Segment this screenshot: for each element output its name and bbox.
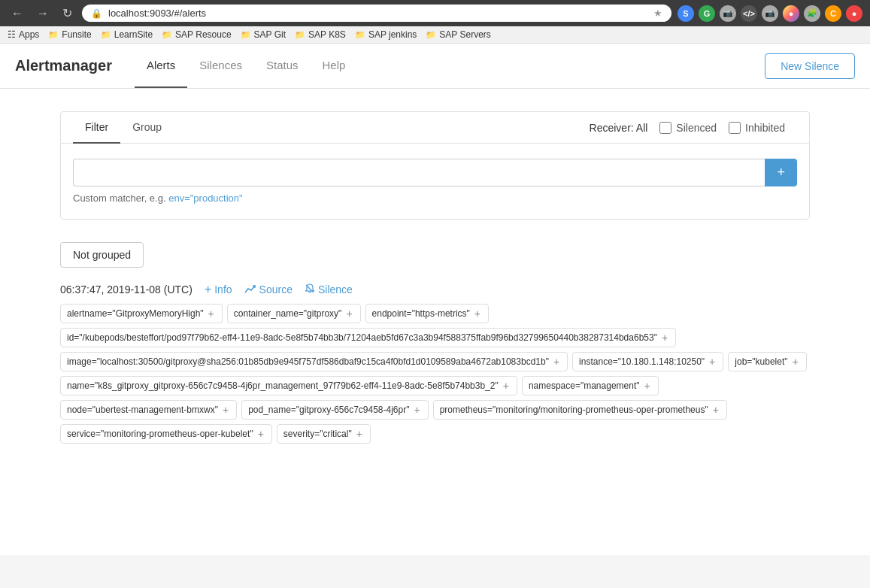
group-section: Not grouped xyxy=(60,242,810,268)
tag-add-button-job[interactable]: + xyxy=(791,356,800,368)
bookmark-sap-servers[interactable]: 📁 SAP Servers xyxy=(426,29,490,40)
filter-hint-example[interactable]: env="production" xyxy=(168,192,243,204)
tag-add-button-endpoint[interactable]: + xyxy=(473,308,482,320)
browser-ext-code: </> xyxy=(741,5,757,22)
browser-ext-puzzle: 🧩 xyxy=(804,5,820,22)
tag-name: name="k8s_gitproxy_gitproxy-656c7c9458-4… xyxy=(60,376,517,396)
filter-options: Receiver: All Silenced Inhibited xyxy=(577,113,797,143)
tag-add-button-name[interactable]: + xyxy=(502,380,511,392)
alert-item: 06:37:47, 2019-11-08 (UTC) + Info Source xyxy=(60,283,810,444)
tag-pod-name: pod_name="gitproxy-656c7c9458-4j6pr" + xyxy=(241,400,429,420)
filter-hint-text: Custom matcher, e.g. xyxy=(73,192,166,204)
nav-links: Alerts Silences Status Help xyxy=(135,44,765,88)
source-action-link[interactable]: Source xyxy=(244,283,293,296)
info-action-link[interactable]: + Info xyxy=(205,283,232,296)
tab-group[interactable]: Group xyxy=(120,112,174,144)
nav-alerts[interactable]: Alerts xyxy=(135,44,187,88)
bookmark-sap-git[interactable]: 📁 SAP Git xyxy=(241,29,286,40)
bookmark-sap-resource[interactable]: 📁 SAP Resouce xyxy=(162,29,232,40)
tag-add-button-namespace[interactable]: + xyxy=(643,380,652,392)
bookmark-apps[interactable]: ☷ Apps xyxy=(8,29,39,40)
tag-add-button-container[interactable]: + xyxy=(344,308,353,320)
bookmark-sap-jenkins[interactable]: 📁 SAP jenkins xyxy=(355,29,417,40)
learnsite-label: LearnSite xyxy=(114,29,153,40)
browser-ext-color: ● xyxy=(783,5,799,22)
tag-value: name="k8s_gitproxy_gitproxy-656c7c9458-4… xyxy=(67,380,499,391)
app-title: Alertmanager xyxy=(15,57,112,74)
sap-jenkins-label: SAP jenkins xyxy=(368,29,417,40)
funsite-folder-icon: 📁 xyxy=(48,30,59,40)
browser-ext-scan: 📷 xyxy=(720,5,736,22)
filter-input[interactable] xyxy=(73,159,765,186)
tag-add-button-pod[interactable]: + xyxy=(412,404,421,416)
sap-k8s-folder-icon: 📁 xyxy=(295,30,305,40)
reload-button[interactable]: ↻ xyxy=(59,5,76,22)
forward-button[interactable]: → xyxy=(33,5,53,22)
tag-add-button-instance[interactable]: + xyxy=(708,356,717,368)
browser-ext-s: S xyxy=(678,5,694,22)
tag-value: endpoint="https-metrics" xyxy=(372,308,470,319)
source-chart-icon xyxy=(244,283,256,296)
tag-value: severity="critical" xyxy=(283,429,352,439)
app-container: Alertmanager Alerts Silences Status Help… xyxy=(0,44,870,555)
tag-add-button-severity[interactable]: + xyxy=(355,428,364,440)
bookmarks-bar: ☷ Apps 📁 Funsite 📁 LearnSite 📁 SAP Resou… xyxy=(0,26,870,44)
tag-add-button-id[interactable]: + xyxy=(660,332,669,344)
tab-filter[interactable]: Filter xyxy=(73,112,120,144)
tag-alertname: alertname="GitproxyMemoryHigh" + xyxy=(60,304,223,323)
tag-namespace: namespace="management" + xyxy=(522,376,659,396)
apps-label: Apps xyxy=(19,29,39,40)
tag-value: image="localhost:30500/gitproxy@sha256:0… xyxy=(67,356,549,367)
silenced-checkbox-group[interactable]: Silenced xyxy=(659,122,717,134)
silence-bell-icon xyxy=(305,283,315,296)
sap-servers-folder-icon: 📁 xyxy=(426,30,436,40)
sap-resource-label: SAP Resouce xyxy=(175,29,232,40)
inhibited-checkbox[interactable] xyxy=(729,122,741,134)
tag-add-button-prometheus[interactable]: + xyxy=(711,404,720,416)
top-nav: Alertmanager Alerts Silences Status Help… xyxy=(0,44,870,89)
browser-ext-user1: C xyxy=(825,5,841,22)
tag-add-button-service[interactable]: + xyxy=(256,428,265,440)
not-grouped-button[interactable]: Not grouped xyxy=(60,242,144,268)
filter-card: Filter Group Receiver: All Silenced Inhi… xyxy=(60,111,810,220)
filter-input-row: + xyxy=(73,159,797,186)
info-label: Info xyxy=(214,283,232,296)
tag-service: service="monitoring-prometheus-oper-kube… xyxy=(60,424,272,444)
url-text: localhost:9093/#/alerts xyxy=(108,8,647,19)
tag-value: instance="10.180.1.148:10250" xyxy=(579,356,705,367)
browser-icons: S G 📷 </> 📷 ● 🧩 C ● xyxy=(678,5,862,22)
tag-value: namespace="management" xyxy=(529,380,640,391)
inhibited-checkbox-group[interactable]: Inhibited xyxy=(729,122,785,134)
tag-node: node="ubertest-management-bmxwx" + xyxy=(60,400,237,420)
tag-container-name: container_name="gitproxy" + xyxy=(227,304,361,323)
back-button[interactable]: ← xyxy=(8,5,27,22)
bookmark-sap-k8s[interactable]: 📁 SAP K8S xyxy=(295,29,346,40)
nav-status[interactable]: Status xyxy=(254,44,311,88)
nav-help[interactable]: Help xyxy=(311,44,358,88)
tag-add-button-node[interactable]: + xyxy=(221,404,230,416)
tag-value: prometheus="monitoring/monitoring-promet… xyxy=(440,405,708,415)
nav-silences[interactable]: Silences xyxy=(187,44,254,88)
learnsite-folder-icon: 📁 xyxy=(101,30,111,40)
address-bar[interactable]: 🔒 localhost:9093/#/alerts ★ xyxy=(82,5,671,22)
new-silence-button[interactable]: New Silence xyxy=(765,53,855,79)
bookmark-star-icon[interactable]: ★ xyxy=(653,8,662,19)
tag-id: id="/kubepods/besteffort/pod97f79b62-eff… xyxy=(60,328,676,347)
tag-add-button-image[interactable]: + xyxy=(552,356,561,368)
sap-git-folder-icon: 📁 xyxy=(241,30,251,40)
sap-jenkins-folder-icon: 📁 xyxy=(355,30,365,40)
tag-job: job="kubelet" + xyxy=(728,352,806,371)
tag-add-button-alertname[interactable]: + xyxy=(207,308,216,320)
filter-add-button[interactable]: + xyxy=(765,159,797,186)
main-content: Filter Group Receiver: All Silenced Inhi… xyxy=(0,89,870,466)
alert-time-row: 06:37:47, 2019-11-08 (UTC) + Info Source xyxy=(60,283,810,296)
inhibited-label: Inhibited xyxy=(745,122,785,134)
silence-action-link[interactable]: Silence xyxy=(305,283,353,296)
bookmark-learnsite[interactable]: 📁 LearnSite xyxy=(101,29,153,40)
tag-prometheus: prometheus="monitoring/monitoring-promet… xyxy=(433,400,727,420)
bookmark-funsite[interactable]: 📁 Funsite xyxy=(48,29,91,40)
sap-git-label: SAP Git xyxy=(254,29,286,40)
silenced-checkbox[interactable] xyxy=(659,122,671,134)
silenced-label: Silenced xyxy=(676,122,717,134)
browser-ext-cam: 📷 xyxy=(762,5,778,22)
